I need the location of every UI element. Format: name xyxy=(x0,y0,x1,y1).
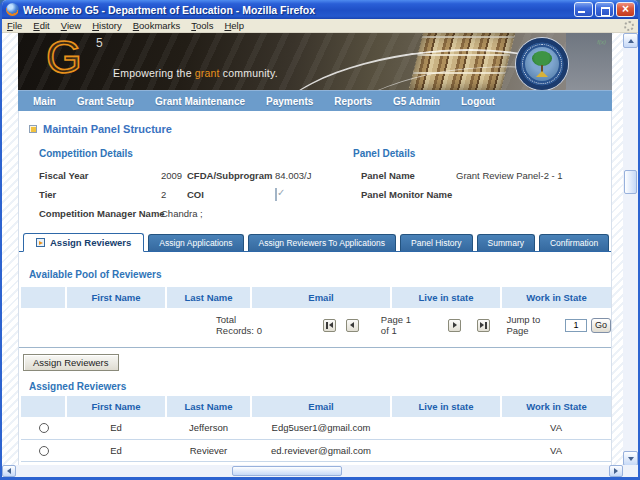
tab-strip: Assign Reviewers Assign Applications Ass… xyxy=(19,233,611,252)
cell-work-in-state: VA xyxy=(501,417,611,439)
menu-history[interactable]: History xyxy=(92,20,122,31)
cfda-label: CFDA/Subprogram xyxy=(187,170,275,181)
panel-details: Panel Details Panel Name Grant Review Pa… xyxy=(353,148,606,200)
pool-col-live-in-state: Live in state xyxy=(391,287,501,308)
section-divider xyxy=(19,347,611,348)
fiscal-year-value: 2009 xyxy=(161,170,187,181)
nav-payments[interactable]: Payments xyxy=(266,96,313,107)
nav-logout[interactable]: Logout xyxy=(461,96,495,107)
competition-manager-label: Competition Manager Name xyxy=(39,208,161,219)
page-content: Maintain Panel Structure Competition Det… xyxy=(18,111,612,466)
assigned-col-last-name: Last Name xyxy=(166,396,251,417)
tab-assign-applications[interactable]: Assign Applications xyxy=(148,234,243,251)
pool-col-last-name: Last Name xyxy=(166,287,251,308)
competition-details-heading: Competition Details xyxy=(39,148,345,159)
main-navigation: Main Grant Setup Grant Maintenance Payme… xyxy=(18,90,612,111)
tab-confirmation[interactable]: Confirmation xyxy=(539,234,609,251)
banner-tagline: Empowering the grant community. xyxy=(113,67,278,79)
close-button[interactable] xyxy=(616,2,635,17)
nav-main[interactable]: Main xyxy=(33,96,56,107)
page-title: Maintain Panel Structure xyxy=(43,123,172,135)
tab-assign-reviewers[interactable]: Assign Reviewers xyxy=(23,233,144,252)
pool-select-column-header xyxy=(21,287,66,308)
cell-work-in-state: VA xyxy=(501,439,611,461)
cell-first-name: Ed xyxy=(66,439,166,461)
page-status: Page 1 of 1 xyxy=(381,314,421,336)
horizontal-scrollbar[interactable] xyxy=(2,465,623,477)
pagination-bar: Total Records: 0 Page 1 of 1 Jump to Pag… xyxy=(19,316,611,334)
go-button[interactable]: Go xyxy=(591,318,611,333)
department-of-education-seal-icon xyxy=(516,38,568,90)
row-radio-button[interactable] xyxy=(39,423,49,433)
assigned-col-email: Email xyxy=(251,396,391,417)
browser-viewport: f(x) G 5 Empowering the grant community.… xyxy=(2,33,623,466)
table-row: Ed Reviever ed.reviever@gmail.com VA xyxy=(21,439,611,461)
scroll-left-button[interactable] xyxy=(2,465,16,477)
scroll-right-button[interactable] xyxy=(609,465,623,477)
cell-email: ed.reviever@gmail.com xyxy=(251,439,391,461)
details-section: Competition Details Fiscal Year 2009 CFD… xyxy=(19,148,611,220)
coi-checkbox xyxy=(275,188,277,201)
tab-assign-reviewers-to-applications[interactable]: Assign Reviewers To Applications xyxy=(248,234,396,251)
panel-name-label: Panel Name xyxy=(361,170,456,181)
firefox-window: Welcome to G5 - Department of Education … xyxy=(0,0,640,480)
available-pool-heading: Available Pool of Reviewers xyxy=(29,269,611,280)
first-page-button[interactable] xyxy=(323,319,336,332)
pool-col-first-name: First Name xyxy=(66,287,166,308)
scroll-down-button[interactable] xyxy=(623,451,638,466)
coi-label: COI xyxy=(187,189,275,200)
g5-banner: f(x) G 5 Empowering the grant community. xyxy=(18,33,612,90)
g5-logo-g: G xyxy=(46,33,82,83)
page-title-bullet-icon xyxy=(29,125,37,133)
menu-help[interactable]: Help xyxy=(224,20,244,31)
vertical-scrollbar[interactable] xyxy=(623,33,638,466)
nav-grant-maintenance[interactable]: Grant Maintenance xyxy=(155,96,245,107)
assigned-col-live-in-state: Live in state xyxy=(391,396,501,417)
title-bar[interactable]: Welcome to G5 - Department of Education … xyxy=(0,0,640,19)
scroll-up-button[interactable] xyxy=(623,33,638,48)
assigned-select-column-header xyxy=(21,396,66,417)
row-radio-button[interactable] xyxy=(39,446,49,456)
nav-g5-admin[interactable]: G5 Admin xyxy=(393,96,440,107)
scrollbar-corner xyxy=(623,465,638,477)
window-title: Welcome to G5 - Department of Education … xyxy=(23,4,574,16)
math-formula-decoration: f(x) xyxy=(597,39,606,45)
panel-details-heading: Panel Details xyxy=(353,148,606,159)
jump-to-page-input[interactable] xyxy=(565,319,587,332)
window-controls xyxy=(574,2,635,17)
jump-to-page-label: Jump to Page xyxy=(506,314,554,336)
tab-summary[interactable]: Summary xyxy=(477,234,535,251)
menu-file[interactable]: File xyxy=(7,20,22,31)
cell-last-name: Reviever xyxy=(166,439,251,461)
menu-bar: File Edit View History Bookmarks Tools H… xyxy=(2,19,638,33)
cell-live-in-state xyxy=(391,439,501,461)
pool-col-email: Email xyxy=(251,287,391,308)
assigned-col-first-name: First Name xyxy=(66,396,166,417)
panel-monitor-value xyxy=(456,189,606,200)
panel-name-value: Grant Review Panel-2 - 1 xyxy=(456,170,606,181)
total-records: Total Records: 0 xyxy=(216,314,272,336)
nav-grant-setup[interactable]: Grant Setup xyxy=(77,96,134,107)
horizontal-scroll-thumb[interactable] xyxy=(232,466,342,476)
banner-right-photo: f(x) xyxy=(566,33,612,90)
tab-panel-history[interactable]: Panel History xyxy=(400,234,473,251)
firefox-icon xyxy=(6,3,19,16)
menu-view[interactable]: View xyxy=(61,20,81,31)
restore-button[interactable] xyxy=(595,2,614,17)
cell-email: Edg5user1@gmail.com xyxy=(251,417,391,439)
cfda-value: 84.003/J xyxy=(275,170,345,181)
assign-reviewers-button[interactable]: Assign Reviewers xyxy=(23,354,119,371)
cell-first-name: Ed xyxy=(66,417,166,439)
previous-page-button[interactable] xyxy=(346,319,359,332)
tier-label: Tier xyxy=(39,189,161,200)
menu-edit[interactable]: Edit xyxy=(33,20,49,31)
fiscal-year-label: Fiscal Year xyxy=(39,170,161,181)
next-page-button[interactable] xyxy=(448,319,461,332)
assigned-col-work-in-state: Work in State xyxy=(501,396,611,417)
nav-reports[interactable]: Reports xyxy=(334,96,372,107)
menu-tools[interactable]: Tools xyxy=(191,20,213,31)
menu-bookmarks[interactable]: Bookmarks xyxy=(133,20,181,31)
minimize-button[interactable] xyxy=(574,2,593,17)
last-page-button[interactable] xyxy=(477,319,490,332)
vertical-scroll-thumb[interactable] xyxy=(624,170,637,194)
